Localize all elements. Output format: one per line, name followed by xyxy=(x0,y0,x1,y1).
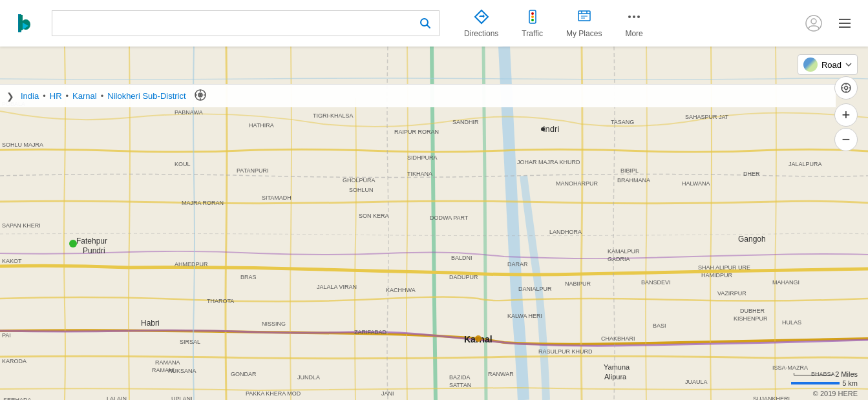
svg-text:DODWA PART: DODWA PART xyxy=(430,215,469,221)
svg-text:SIDHPURA: SIDHPURA xyxy=(407,154,438,161)
map-type-control[interactable]: Road xyxy=(798,54,858,75)
search-button[interactable] xyxy=(411,10,439,36)
breadcrumb-india[interactable]: India xyxy=(21,91,39,101)
myplaces-icon xyxy=(577,9,592,26)
directions-label: Directions xyxy=(464,29,498,38)
svg-text:SERHADA: SERHADA xyxy=(3,397,32,400)
breadcrumb-hr[interactable]: HR xyxy=(50,91,62,101)
svg-point-114 xyxy=(69,240,77,247)
nav-more[interactable]: More xyxy=(613,4,654,43)
hamburger-icon xyxy=(837,16,852,31)
svg-text:GONDAR: GONDAR xyxy=(231,371,257,377)
map-type-chevron xyxy=(845,61,852,68)
svg-text:MAHANGI: MAHANGI xyxy=(772,279,799,286)
svg-text:HULAS: HULAS xyxy=(782,319,801,326)
copyright-text: © 2019 HERE xyxy=(813,390,858,397)
nav-myplaces[interactable]: My Places xyxy=(555,4,613,43)
svg-point-17 xyxy=(637,16,640,18)
svg-text:HAMIDPUR: HAMIDPUR xyxy=(701,272,733,279)
svg-text:PAI: PAI xyxy=(2,332,11,339)
svg-text:SHAH ALIPUR URE: SHAH ALIPUR URE xyxy=(698,264,750,271)
nav-traffic[interactable]: Traffic xyxy=(510,4,555,43)
breadcrumb-bar: ❯ India • HR • Karnal • Nilokheri Sub-Di… xyxy=(0,84,836,107)
svg-text:BIBIPL: BIBIPL xyxy=(620,167,639,174)
more-icon xyxy=(626,9,642,26)
svg-text:Habri: Habri xyxy=(141,319,160,328)
svg-text:KAMALPUR: KAMALPUR xyxy=(608,248,640,255)
svg-text:JUNDLA: JUNDLA xyxy=(297,374,320,381)
scale-km-label: 5 km xyxy=(842,379,858,387)
svg-text:Alipura: Alipura xyxy=(604,373,627,381)
scale-miles-label: 2 Miles xyxy=(835,370,858,378)
svg-text:JUAULA: JUAULA xyxy=(685,379,708,385)
svg-text:RAMANI: RAMANI xyxy=(152,367,175,374)
svg-text:DUBHER: DUBHER xyxy=(740,308,765,314)
user-icon-button[interactable] xyxy=(801,10,827,36)
search-area xyxy=(52,10,439,36)
user-icon xyxy=(805,15,822,32)
nav-directions[interactable]: Directions xyxy=(452,4,510,43)
svg-text:Indri: Indri xyxy=(543,124,559,134)
zoom-out-button[interactable]: − xyxy=(834,128,858,151)
traffic-label: Traffic xyxy=(522,29,543,38)
svg-text:KACHHWA: KACHHWA xyxy=(386,287,416,293)
svg-text:SAHASPUR JAT: SAHASPUR JAT xyxy=(685,114,729,120)
search-input[interactable] xyxy=(52,10,411,36)
svg-text:AHMEDPUR: AHMEDPUR xyxy=(175,261,208,268)
svg-text:BRAHMANA: BRAHMANA xyxy=(617,177,650,184)
svg-text:DANIALPUR: DANIALPUR xyxy=(518,286,552,292)
svg-text:KISHENPUR: KISHENPUR xyxy=(734,315,768,322)
svg-text:RAIPUR RORAN: RAIPUR RORAN xyxy=(394,129,439,135)
svg-text:BAZIDA: BAZIDA xyxy=(449,374,471,381)
svg-point-8 xyxy=(531,19,534,21)
svg-text:HATHIRA: HATHIRA xyxy=(249,122,274,129)
myplaces-label: My Places xyxy=(566,29,602,38)
svg-text:TIGRI-KHALSA: TIGRI-KHALSA xyxy=(313,112,354,119)
locate-me-button[interactable] xyxy=(834,76,858,100)
svg-text:NABIPUR: NABIPUR xyxy=(565,280,591,287)
svg-text:BANSDEVI: BANSDEVI xyxy=(641,279,671,286)
svg-text:KALWA HERI: KALWA HERI xyxy=(507,313,542,319)
svg-text:TIKHANA: TIKHANA xyxy=(407,171,432,177)
directions-icon xyxy=(474,9,489,26)
scale-miles-line xyxy=(794,373,832,375)
right-nav xyxy=(801,10,868,36)
locate-icon xyxy=(840,82,852,94)
svg-text:SOHLU MAJRA: SOHLU MAJRA xyxy=(2,142,43,148)
svg-point-124 xyxy=(845,87,848,90)
svg-text:MAJRA RORAN: MAJRA RORAN xyxy=(182,200,224,206)
svg-point-122 xyxy=(199,94,202,96)
search-icon xyxy=(419,17,431,29)
svg-text:KAKOT: KAKOT xyxy=(2,258,22,264)
menu-icon-button[interactable] xyxy=(832,10,858,36)
breadcrumb-karnal[interactable]: Karnal xyxy=(72,91,97,101)
map-type-label: Road xyxy=(821,60,842,70)
scale-km-line xyxy=(791,382,840,384)
svg-text:RANWAR: RANWAR xyxy=(488,371,514,377)
map-container[interactable]: Indri Karnal Gangoh Fatehpur Pundri Habr… xyxy=(0,47,868,400)
locate-on-map-icon[interactable] xyxy=(194,89,207,103)
svg-text:KOUL: KOUL xyxy=(175,161,191,167)
svg-text:Fatehpur: Fatehpur xyxy=(76,237,107,246)
svg-text:SATTAN: SATTAN xyxy=(449,382,471,388)
svg-text:RASULPUR KHURD: RASULPUR KHURD xyxy=(538,348,593,355)
svg-text:ZARIFABAD: ZARIFABAD xyxy=(354,329,387,335)
svg-point-6 xyxy=(531,12,534,15)
svg-text:LANDHORA: LANDHORA xyxy=(549,229,582,235)
nav-buttons: Directions Traffic xyxy=(452,4,655,43)
breadcrumb-back-arrow[interactable]: ❯ xyxy=(6,91,14,101)
svg-text:VAZIRPUR: VAZIRPUR xyxy=(717,290,746,297)
svg-text:DARAR: DARAR xyxy=(507,261,528,268)
zoom-in-button[interactable]: + xyxy=(834,103,858,127)
svg-text:Yamuna: Yamuna xyxy=(604,363,630,371)
map-globe-icon xyxy=(803,58,818,72)
svg-text:UPLANI: UPLANI xyxy=(171,395,193,400)
svg-text:SON KERA: SON KERA xyxy=(359,213,389,219)
svg-text:LALAIN: LALAIN xyxy=(107,395,127,400)
more-label: More xyxy=(625,29,642,38)
svg-text:KARODA: KARODA xyxy=(2,358,26,364)
svg-text:BRAS: BRAS xyxy=(240,274,257,280)
svg-text:Gangoh: Gangoh xyxy=(738,235,766,244)
svg-text:PABNAWA: PABNAWA xyxy=(175,109,203,116)
breadcrumb-current[interactable]: Nilokheri Sub-District xyxy=(107,91,185,101)
